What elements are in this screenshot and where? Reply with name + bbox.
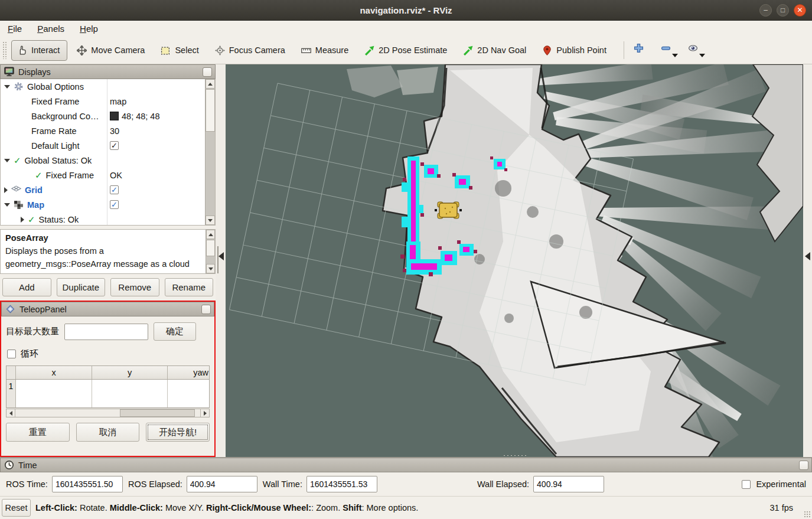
menu-panels[interactable]: Panels bbox=[37, 24, 64, 34]
tree-row-global-status[interactable]: ✓ Global Status: Ok bbox=[1, 153, 205, 168]
select-tool-button[interactable]: Select bbox=[161, 45, 198, 56]
left-splitter[interactable] bbox=[216, 64, 226, 457]
right-splitter[interactable] bbox=[803, 64, 812, 457]
scrollbar-thumb[interactable] bbox=[206, 240, 215, 256]
dropdown-arrow-icon[interactable] bbox=[672, 54, 678, 57]
3d-viewport[interactable] bbox=[226, 64, 803, 457]
tree-row-map[interactable]: Map ✓ bbox=[1, 197, 205, 212]
displays-panel-header[interactable]: Displays bbox=[0, 64, 216, 79]
tree-row-frame-rate[interactable]: Frame Rate 30 bbox=[1, 123, 205, 138]
scroll-down-icon[interactable] bbox=[206, 216, 215, 225]
cell-y[interactable] bbox=[92, 380, 168, 407]
cell-yaw[interactable] bbox=[168, 380, 209, 407]
frame-rate-value[interactable]: 30 bbox=[110, 126, 119, 136]
map-pin-icon bbox=[542, 45, 552, 56]
ros-time-input[interactable] bbox=[52, 476, 123, 492]
cancel-button[interactable]: 取消 bbox=[76, 423, 140, 442]
dropdown-arrow-icon[interactable] bbox=[699, 54, 705, 57]
zoom-in-button[interactable] bbox=[634, 43, 645, 57]
tree-row-default-light[interactable]: Default Light ✓ bbox=[1, 138, 205, 153]
ros-elapsed-label: ROS Elapsed: bbox=[128, 479, 182, 489]
row-header[interactable]: 1 bbox=[6, 380, 16, 407]
scroll-down-icon[interactable] bbox=[206, 264, 215, 273]
camera-view-button[interactable] bbox=[688, 43, 700, 57]
loop-checkbox[interactable] bbox=[7, 350, 16, 358]
scroll-right-icon[interactable] bbox=[200, 409, 209, 417]
wall-elapsed-label: Wall Elapsed: bbox=[477, 479, 529, 489]
reset-goals-button[interactable]: 重置 bbox=[6, 423, 70, 442]
reset-time-button[interactable]: Reset bbox=[2, 499, 31, 517]
panel-float-button[interactable] bbox=[799, 461, 808, 470]
scroll-up-icon[interactable] bbox=[206, 230, 215, 239]
window-resize-grip[interactable] bbox=[804, 511, 811, 518]
tree-row-fixed-frame-status[interactable]: ✓ Fixed Frame OK bbox=[1, 168, 205, 182]
publish-point-tool-button[interactable]: Publish Point bbox=[542, 45, 606, 56]
minimize-icon[interactable]: – bbox=[759, 4, 772, 17]
add-display-button[interactable]: Add bbox=[2, 278, 51, 296]
max-goal-input[interactable] bbox=[64, 324, 148, 340]
tree-row-global-options[interactable]: Global Options bbox=[1, 79, 205, 94]
scrollbar-thumb[interactable] bbox=[206, 89, 215, 132]
table-horizontal-scrollbar[interactable] bbox=[6, 409, 210, 417]
rename-display-button[interactable]: Rename bbox=[165, 278, 214, 296]
column-header-x[interactable]: x bbox=[16, 366, 92, 379]
time-panel-header[interactable]: Time bbox=[0, 458, 812, 472]
tree-row-grid[interactable]: Grid ✓ bbox=[1, 182, 205, 197]
panel-float-button[interactable] bbox=[203, 67, 212, 77]
wall-elapsed-input[interactable] bbox=[533, 476, 604, 492]
menu-file[interactable]: File bbox=[8, 24, 22, 34]
nav-goal-tool-button[interactable]: 2D Nav Goal bbox=[463, 45, 526, 56]
experimental-label: Experimental bbox=[756, 479, 806, 489]
move-camera-tool-button[interactable]: Move Camera bbox=[77, 45, 145, 56]
teleop-panel-header[interactable]: TeleopPanel bbox=[1, 302, 214, 316]
expand-arrow-icon[interactable] bbox=[4, 85, 10, 89]
cell-x[interactable] bbox=[16, 380, 92, 407]
column-header-y[interactable]: y bbox=[92, 366, 168, 379]
fixed-frame-status-value: OK bbox=[110, 171, 122, 180]
remove-display-button[interactable]: Remove bbox=[110, 278, 159, 296]
collapse-arrow-icon[interactable] bbox=[4, 187, 8, 193]
scroll-up-icon[interactable] bbox=[206, 79, 215, 89]
gear-icon bbox=[14, 81, 24, 92]
scroll-left-icon[interactable] bbox=[6, 409, 15, 417]
column-header-yaw[interactable]: yaw bbox=[168, 366, 209, 379]
interact-tool-button[interactable]: Interact bbox=[11, 40, 67, 61]
collapse-right-panel-icon[interactable] bbox=[805, 252, 810, 260]
maximize-icon[interactable]: □ bbox=[777, 4, 789, 17]
color-swatch[interactable] bbox=[110, 112, 119, 120]
teleop-panel: TeleopPanel 目标最大数量 确定 循环 x y bbox=[0, 301, 216, 457]
tree-row-fixed-frame[interactable]: Fixed Frame map bbox=[1, 94, 205, 109]
duplicate-display-button[interactable]: Duplicate bbox=[57, 278, 106, 296]
window-titlebar[interactable]: navigation.rviz* - RViz – □ ✕ bbox=[0, 0, 812, 21]
description-scrollbar[interactable] bbox=[206, 230, 215, 273]
zoom-out-button[interactable] bbox=[661, 43, 673, 57]
collapse-left-panel-icon[interactable] bbox=[219, 252, 224, 260]
toolbar-drag-handle[interactable] bbox=[2, 41, 6, 59]
pose-estimate-tool-button[interactable]: 2D Pose Estimate bbox=[364, 45, 447, 56]
focus-camera-tool-button[interactable]: Focus Camera bbox=[215, 45, 285, 56]
tree-row-background-color[interactable]: Background Co… 48; 48; 48 bbox=[1, 109, 205, 123]
menu-help[interactable]: Help bbox=[80, 24, 98, 34]
map-enabled-checkbox[interactable]: ✓ bbox=[110, 200, 119, 209]
collapse-arrow-icon[interactable] bbox=[21, 217, 24, 223]
start-navigation-button[interactable]: 开始导航! bbox=[146, 423, 210, 442]
more-information-link[interactable]: More Information bbox=[124, 272, 189, 274]
expand-arrow-icon[interactable] bbox=[4, 203, 10, 207]
confirm-button[interactable]: 确定 bbox=[154, 322, 196, 341]
ros-elapsed-input[interactable] bbox=[187, 476, 257, 492]
background-color-value[interactable]: 48; 48; 48 bbox=[122, 112, 160, 121]
grid-enabled-checkbox[interactable]: ✓ bbox=[110, 185, 119, 194]
displays-scrollbar[interactable] bbox=[205, 79, 215, 225]
bottom-splitter-handle[interactable] bbox=[503, 455, 526, 456]
fixed-frame-value[interactable]: map bbox=[110, 97, 126, 106]
default-light-checkbox[interactable]: ✓ bbox=[110, 141, 119, 150]
scrollbar-thumb[interactable] bbox=[120, 409, 195, 417]
panel-float-button[interactable] bbox=[201, 305, 211, 314]
close-icon[interactable]: ✕ bbox=[794, 4, 806, 17]
measure-tool-button[interactable]: Measure bbox=[301, 45, 348, 56]
loop-label: 循环 bbox=[21, 348, 38, 360]
wall-time-input[interactable] bbox=[306, 476, 377, 492]
tree-row-map-status[interactable]: ✓ Status: Ok bbox=[1, 212, 205, 226]
expand-arrow-icon[interactable] bbox=[4, 159, 10, 162]
experimental-checkbox[interactable] bbox=[742, 480, 751, 489]
